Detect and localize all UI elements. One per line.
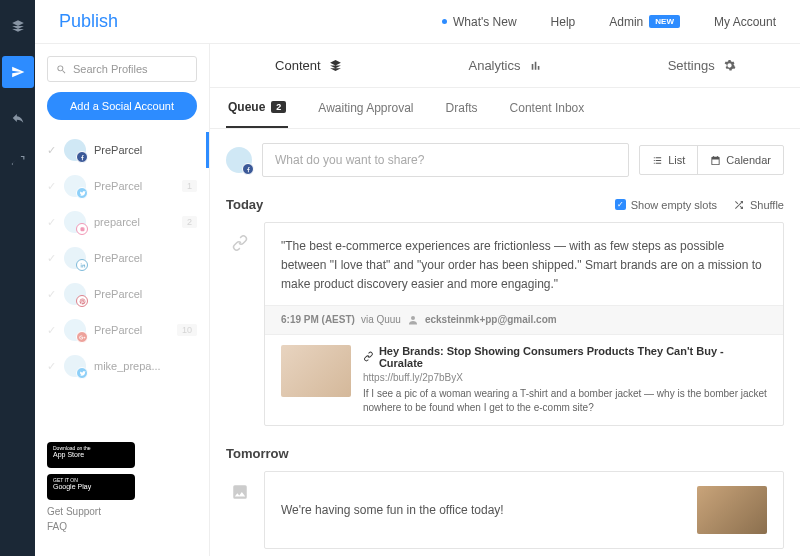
subtab-approval[interactable]: Awaiting Approval bbox=[316, 88, 415, 128]
composer-input[interactable]: What do you want to share? bbox=[262, 143, 629, 177]
view-toggle: List Calendar bbox=[639, 145, 784, 175]
profile-name: mike_prepa... bbox=[94, 360, 197, 372]
rail-analytics-icon[interactable] bbox=[6, 148, 30, 172]
li-icon bbox=[76, 259, 88, 271]
show-empty-toggle[interactable]: ✓Show empty slots bbox=[615, 199, 717, 211]
nav-whats-new[interactable]: What's New bbox=[442, 15, 517, 29]
scheduled-post: "The best e-commerce experiences are fri… bbox=[226, 222, 784, 426]
avatar bbox=[64, 139, 86, 161]
list-view-button[interactable]: List bbox=[640, 146, 698, 174]
link-icon bbox=[226, 222, 254, 426]
profile-name: PreParcel bbox=[94, 324, 169, 336]
composer-avatar bbox=[226, 147, 252, 173]
profile-item[interactable]: ✓PreParcel10 bbox=[35, 312, 209, 348]
add-account-button[interactable]: Add a Social Account bbox=[47, 92, 197, 120]
profile-item[interactable]: ✓PreParcel bbox=[35, 276, 209, 312]
gp-icon bbox=[76, 331, 88, 343]
rail-publish-icon[interactable] bbox=[2, 56, 34, 88]
support-link[interactable]: Get Support bbox=[47, 506, 197, 517]
image-icon bbox=[226, 471, 254, 549]
check-icon: ✓ bbox=[47, 252, 56, 265]
calendar-view-button[interactable]: Calendar bbox=[698, 146, 783, 174]
app-store-button[interactable]: Download on theApp Store bbox=[47, 442, 135, 468]
play-store-button[interactable]: GET IT ONGoogle Play bbox=[47, 474, 135, 500]
user-icon bbox=[407, 314, 419, 326]
profile-count: 2 bbox=[182, 216, 197, 228]
profile-count: 10 bbox=[177, 324, 197, 336]
subtab-drafts[interactable]: Drafts bbox=[444, 88, 480, 128]
new-dot-icon bbox=[442, 19, 447, 24]
gear-icon bbox=[723, 59, 736, 72]
profile-item[interactable]: ✓PreParcel bbox=[35, 132, 209, 168]
calendar-icon bbox=[710, 155, 721, 166]
check-icon: ✓ bbox=[47, 360, 56, 373]
profile-name: PreParcel bbox=[94, 144, 194, 156]
post-meta: 6:19 PM (AEST) via Quuu ecksteinmk+pp@gm… bbox=[265, 305, 783, 335]
subtab-queue[interactable]: Queue2 bbox=[226, 88, 288, 128]
new-badge: NEW bbox=[649, 15, 680, 28]
link-thumbnail bbox=[281, 345, 351, 397]
subtab-inbox[interactable]: Content Inbox bbox=[508, 88, 587, 128]
avatar bbox=[64, 355, 86, 377]
link-icon bbox=[363, 351, 374, 362]
post-text: "The best e-commerce experiences are fri… bbox=[265, 223, 783, 305]
shuffle-icon bbox=[733, 199, 745, 211]
facebook-icon bbox=[242, 163, 254, 175]
stack-icon bbox=[329, 59, 342, 72]
brand-title: Publish bbox=[59, 11, 118, 32]
check-icon: ✓ bbox=[47, 180, 56, 193]
rail-reply-icon[interactable] bbox=[6, 106, 30, 130]
avatar bbox=[64, 283, 86, 305]
sidebar: Search Profiles Add a Social Account ✓Pr… bbox=[35, 44, 210, 556]
day-today: Today ✓Show empty slots Shuffle bbox=[226, 191, 784, 222]
rail-stack-icon[interactable] bbox=[6, 14, 30, 38]
nav-help[interactable]: Help bbox=[551, 15, 576, 29]
scheduled-post: We're having some fun in the office toda… bbox=[226, 471, 784, 549]
list-icon bbox=[652, 155, 663, 166]
queue-count: 2 bbox=[271, 101, 286, 113]
profiles-list: ✓PreParcel✓PreParcel1✓preparcel2✓PreParc… bbox=[35, 132, 209, 430]
tab-content[interactable]: Content bbox=[210, 44, 407, 87]
fb-icon bbox=[76, 151, 88, 163]
check-icon: ✓ bbox=[47, 324, 56, 337]
check-icon: ✓ bbox=[47, 216, 56, 229]
profile-name: PreParcel bbox=[94, 288, 197, 300]
subtabs: Queue2 Awaiting Approval Drafts Content … bbox=[210, 88, 800, 129]
nav-rail bbox=[0, 0, 35, 556]
day-tomorrow: Tomorrow bbox=[226, 440, 784, 471]
nav-admin[interactable]: AdminNEW bbox=[609, 15, 680, 29]
profile-count: 1 bbox=[182, 180, 197, 192]
profile-name: preparcel bbox=[94, 216, 174, 228]
check-icon: ✓ bbox=[47, 144, 56, 157]
avatar bbox=[64, 175, 86, 197]
profile-name: PreParcel bbox=[94, 180, 174, 192]
profile-item[interactable]: ✓mike_prepa... bbox=[35, 348, 209, 384]
tab-analytics[interactable]: Analytics bbox=[407, 44, 604, 87]
profile-item[interactable]: ✓PreParcel1 bbox=[35, 168, 209, 204]
ig-icon bbox=[76, 223, 88, 235]
profile-name: PreParcel bbox=[94, 252, 197, 264]
profile-item[interactable]: ✓PreParcel bbox=[35, 240, 209, 276]
major-tabs: Content Analytics Settings bbox=[210, 44, 800, 88]
check-icon: ✓ bbox=[47, 288, 56, 301]
search-icon bbox=[56, 64, 67, 75]
svg-point-0 bbox=[411, 316, 415, 320]
tab-settings[interactable]: Settings bbox=[603, 44, 800, 87]
topbar: Publish What's New Help AdminNEW My Acco… bbox=[35, 0, 800, 44]
checkbox-icon: ✓ bbox=[615, 199, 626, 210]
nav-account[interactable]: My Account bbox=[714, 15, 776, 29]
pin-icon bbox=[76, 295, 88, 307]
avatar bbox=[64, 319, 86, 341]
link-preview[interactable]: Hey Brands: Stop Showing Consumers Produ… bbox=[265, 335, 783, 425]
faq-link[interactable]: FAQ bbox=[47, 521, 197, 532]
avatar bbox=[64, 211, 86, 233]
profile-item[interactable]: ✓preparcel2 bbox=[35, 204, 209, 240]
bars-icon bbox=[529, 59, 542, 72]
avatar bbox=[64, 247, 86, 269]
post-image bbox=[697, 486, 767, 534]
tw-icon bbox=[76, 367, 88, 379]
post-text: We're having some fun in the office toda… bbox=[281, 503, 685, 517]
tw-icon bbox=[76, 187, 88, 199]
search-input[interactable]: Search Profiles bbox=[47, 56, 197, 82]
shuffle-button[interactable]: Shuffle bbox=[733, 199, 784, 211]
